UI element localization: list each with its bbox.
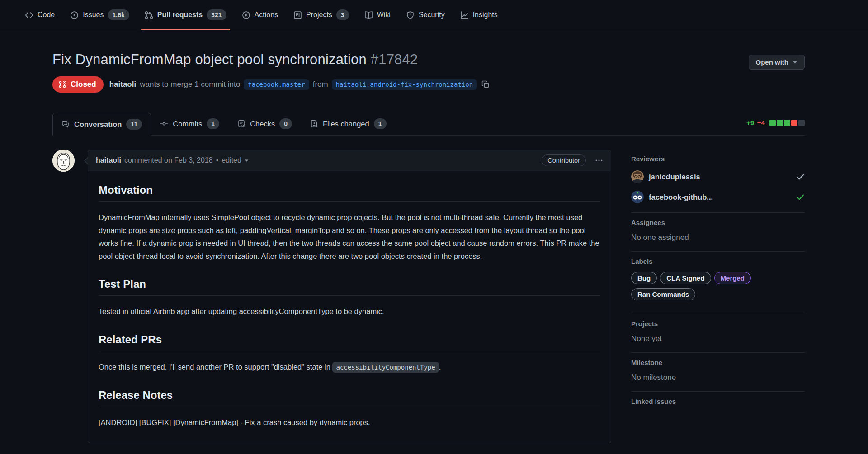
related-prs-text: Once this is merged, I'll send another P…: [99, 363, 330, 371]
nav-label: Actions: [255, 11, 278, 19]
milestone-heading: Milestone: [631, 359, 805, 366]
tab-checks[interactable]: Checks 0: [228, 112, 301, 135]
comment-header: haitaoli commented on Feb 3, 2018 • edit…: [88, 150, 611, 171]
nav-insights[interactable]: Insights: [454, 0, 504, 30]
open-with-label: Open with: [756, 58, 789, 66]
comment-discussion-icon: [61, 120, 70, 128]
nav-code[interactable]: Code: [19, 0, 61, 30]
nav-wiki[interactable]: Wiki: [358, 0, 397, 30]
tab-conversation[interactable]: Conversation 11: [52, 113, 151, 136]
tab-label: Commits: [173, 120, 202, 128]
pr-description-comment: haitaoli commented on Feb 3, 2018 • edit…: [88, 150, 611, 443]
reviewer-name: facebook-github...: [649, 193, 713, 201]
nav-security[interactable]: Security: [400, 0, 451, 30]
linked-issues-heading: Linked issues: [631, 398, 805, 405]
pr-title-text: Fix DynamicFromMap object pool synchroni…: [52, 51, 367, 67]
comment-meta: commented on Feb 3, 2018: [124, 156, 213, 164]
milestone-empty-text: No milestone: [631, 373, 805, 382]
tab-files-changed[interactable]: Files changed 1: [301, 112, 396, 135]
label-merged[interactable]: Merged: [714, 272, 751, 284]
base-branch-ref[interactable]: facebook:master: [244, 79, 309, 90]
sidebar-section-projects[interactable]: Projects None yet: [631, 314, 805, 353]
reviewer-row[interactable]: facebook-github...: [631, 191, 805, 203]
assignees-heading: Assignees: [631, 219, 805, 226]
label-bug[interactable]: Bug: [631, 272, 657, 284]
git-pull-request-closed-icon: [58, 80, 66, 89]
files-changed-counter: 1: [374, 118, 387, 129]
inline-code: accessibilityComponentType: [332, 362, 439, 373]
tab-label: Conversation: [74, 120, 122, 129]
comment-author-link[interactable]: haitaoli: [96, 156, 121, 164]
nav-label: Issues: [83, 11, 104, 19]
sidebar-section-labels[interactable]: Labels Bug CLA Signed Merged Ran Command…: [631, 252, 805, 314]
comment-body: Motivation DynamicFromMap internally use…: [88, 171, 611, 443]
reviewer-row[interactable]: janicduplessis: [631, 170, 805, 183]
checks-counter: 0: [279, 118, 292, 129]
merge-action-text: wants to merge 1 commit into: [140, 80, 240, 89]
book-icon: [364, 11, 373, 19]
open-with-button[interactable]: Open with: [749, 55, 805, 70]
nav-label: Insights: [473, 11, 498, 19]
bot-avatar: [631, 191, 644, 203]
head-branch-ref[interactable]: haitaoli:android-fix-synchronization: [332, 79, 477, 90]
graph-icon: [460, 11, 469, 19]
tab-label: Checks: [250, 120, 275, 128]
nav-label: Pull requests: [157, 11, 203, 19]
merge-status-text: haitaoli wants to merge 1 commit into fa…: [109, 79, 490, 90]
edited-label: edited: [222, 156, 241, 164]
pr-number: #17842: [371, 51, 418, 67]
diffstat-deletions: −4: [757, 119, 765, 127]
diffstat-blocks: [769, 120, 805, 126]
sidebar-section-linked-issues[interactable]: Linked issues: [631, 392, 805, 414]
pr-state-badge: Closed: [52, 76, 104, 93]
nav-actions[interactable]: Actions: [236, 0, 284, 30]
issue-opened-icon: [70, 11, 79, 19]
sidebar-section-reviewers: Reviewers janicduplessis: [631, 150, 805, 213]
checklist-icon: [237, 120, 245, 128]
approved-check-icon: [796, 193, 805, 201]
conversation-timeline: haitaoli commented on Feb 3, 2018 • edit…: [52, 150, 611, 443]
from-text: from: [313, 80, 328, 89]
labels-heading: Labels: [631, 257, 805, 265]
play-icon: [242, 11, 250, 19]
nav-label: Wiki: [377, 11, 391, 19]
sidebar-section-assignees[interactable]: Assignees No one assigned: [631, 213, 805, 252]
contributor-badge: Contributor: [542, 154, 586, 166]
motivation-paragraph: DynamicFromMap internally uses SimplePoo…: [99, 211, 600, 262]
label-ran-commands[interactable]: Ran Commands: [631, 288, 695, 300]
pr-sidebar: Reviewers janicduplessis: [631, 150, 805, 414]
git-commit-icon: [160, 120, 168, 128]
diffstat-additions: +9: [746, 119, 755, 127]
nav-label: Code: [38, 11, 55, 19]
review-check-icon: [796, 173, 805, 181]
labels-list: Bug CLA Signed Merged Ran Commands: [631, 272, 805, 304]
diffstat: +9 −4: [746, 119, 805, 127]
nav-label: Security: [419, 11, 445, 19]
label-cla-signed[interactable]: CLA Signed: [660, 272, 711, 284]
conversation-counter: 11: [126, 119, 142, 130]
nav-pull-requests[interactable]: Pull requests 321: [138, 0, 233, 30]
assignees-empty-text: No one assigned: [631, 233, 805, 242]
section-heading-motivation: Motivation: [99, 184, 600, 202]
git-pull-request-icon: [145, 11, 153, 19]
test-plan-paragraph: Tested in official Airbnb app after upda…: [99, 305, 600, 318]
nav-issues[interactable]: Issues 1.6k: [64, 0, 136, 30]
kebab-menu-icon[interactable]: [595, 156, 603, 164]
project-icon: [293, 11, 302, 19]
nav-projects[interactable]: Projects 3: [287, 0, 355, 30]
pr-author-link[interactable]: haitaoli: [109, 80, 137, 89]
file-diff-icon: [310, 120, 318, 128]
section-heading-related-prs: Related PRs: [99, 333, 600, 351]
section-heading-test-plan: Test Plan: [99, 278, 600, 296]
tab-label: Files changed: [323, 120, 369, 128]
copy-branch-icon[interactable]: [481, 80, 490, 89]
tab-commits[interactable]: Commits 1: [151, 112, 228, 135]
projects-counter: 3: [336, 9, 349, 20]
nav-label: Projects: [306, 11, 332, 19]
reviewers-heading: Reviewers: [631, 155, 805, 163]
sidebar-section-milestone[interactable]: Milestone No milestone: [631, 353, 805, 392]
avatar[interactable]: [52, 150, 75, 172]
edited-dropdown[interactable]: edited: [222, 156, 249, 164]
comment-meta-dot: •: [216, 156, 219, 164]
related-prs-text-after: .: [439, 363, 441, 371]
